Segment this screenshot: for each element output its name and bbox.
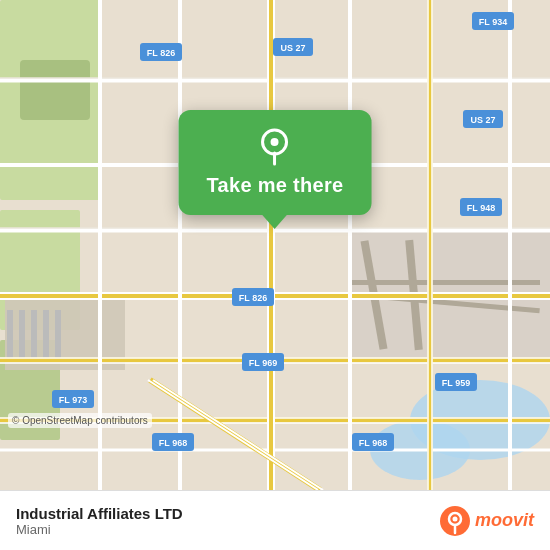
svg-text:FL 826: FL 826 [239, 293, 267, 303]
svg-text:FL 959: FL 959 [442, 378, 470, 388]
moovit-text: moovit [475, 510, 534, 531]
bottom-bar: Industrial Affiliates LTD Miami moovit [0, 490, 550, 550]
svg-text:FL 973: FL 973 [59, 395, 87, 405]
take-me-there-button[interactable]: Take me there [207, 174, 344, 197]
moovit-icon [439, 505, 471, 537]
svg-text:FL 968: FL 968 [159, 438, 187, 448]
svg-text:FL 948: FL 948 [467, 203, 495, 213]
place-info: Industrial Affiliates LTD Miami [16, 505, 183, 537]
popup-card: Take me there [179, 110, 372, 215]
moovit-logo: moovit [439, 505, 534, 537]
svg-text:FL 826: FL 826 [147, 48, 175, 58]
svg-point-73 [452, 516, 457, 521]
svg-text:FL 934: FL 934 [479, 17, 507, 27]
svg-rect-4 [20, 60, 90, 120]
svg-point-69 [271, 138, 279, 146]
location-pin-icon [255, 126, 295, 166]
svg-text:FL 969: FL 969 [249, 358, 277, 368]
place-name: Industrial Affiliates LTD [16, 505, 183, 522]
map-container: FL 826 US 27 FL 934 US 27 FL 948 FL 826 … [0, 0, 550, 490]
svg-text:FL 968: FL 968 [359, 438, 387, 448]
svg-text:US 27: US 27 [470, 115, 495, 125]
place-city: Miami [16, 522, 183, 537]
svg-text:US 27: US 27 [280, 43, 305, 53]
osm-attribution: © OpenStreetMap contributors [8, 413, 152, 428]
